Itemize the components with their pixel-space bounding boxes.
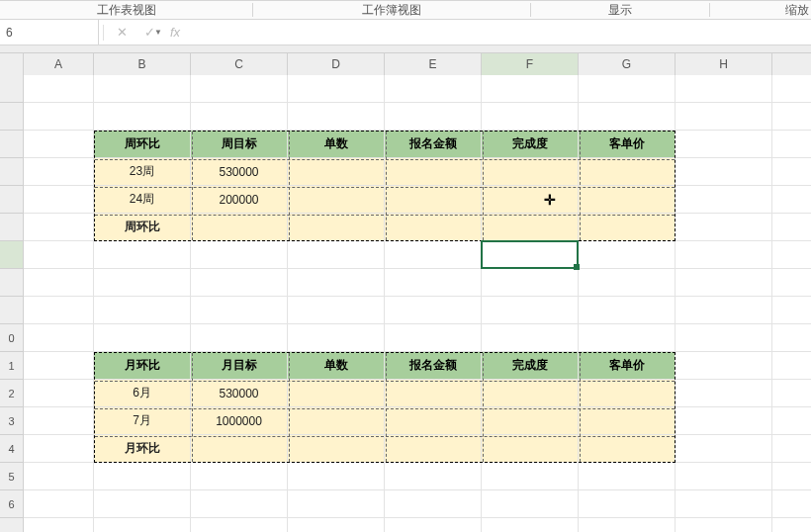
row-header[interactable] [0, 518, 23, 532]
cell[interactable] [676, 186, 772, 214]
row-header[interactable] [0, 103, 23, 131]
cell[interactable] [772, 435, 811, 463]
column-header-I[interactable]: I [772, 53, 811, 75]
table-row-target[interactable]: 200000 [191, 186, 288, 214]
cell[interactable] [676, 518, 772, 532]
table-header-cell[interactable]: 客单价 [579, 352, 676, 380]
cell[interactable] [24, 131, 94, 158]
table-row-cell[interactable] [288, 214, 385, 241]
cell[interactable] [772, 186, 811, 214]
cell[interactable] [94, 297, 191, 324]
table-header-cell[interactable]: 单数 [288, 131, 385, 158]
cell[interactable] [94, 269, 191, 297]
cell[interactable] [191, 463, 288, 490]
row-header[interactable]: 4 [0, 435, 23, 463]
table-header-cell[interactable]: 月环比 [94, 352, 191, 380]
cell[interactable] [772, 380, 811, 407]
cell[interactable] [24, 490, 94, 518]
table-header-cell[interactable]: 报名金额 [385, 352, 482, 380]
cell[interactable] [482, 463, 579, 490]
cell[interactable] [772, 131, 811, 158]
row-header[interactable] [0, 241, 23, 269]
cell[interactable] [288, 324, 385, 352]
table-header-cell[interactable]: 单数 [288, 352, 385, 380]
cell[interactable] [772, 324, 811, 352]
cell[interactable] [94, 324, 191, 352]
table-row-cell[interactable] [579, 407, 676, 435]
cell[interactable] [24, 297, 94, 324]
cell[interactable] [676, 463, 772, 490]
insert-function-button[interactable]: fx [163, 20, 191, 45]
cell[interactable] [24, 158, 94, 186]
cell[interactable] [676, 490, 772, 518]
column-header-D[interactable]: D [288, 53, 385, 75]
cell[interactable] [24, 380, 94, 407]
column-header-C[interactable]: C [191, 53, 288, 75]
table-row-label[interactable]: 周环比 [94, 214, 191, 241]
table-row-cell[interactable] [482, 380, 579, 407]
row-header[interactable] [0, 158, 23, 186]
cell[interactable] [288, 103, 385, 131]
cell[interactable] [24, 103, 94, 131]
cell[interactable] [288, 490, 385, 518]
cell[interactable] [94, 75, 191, 103]
row-header[interactable] [0, 214, 23, 241]
cell[interactable] [94, 463, 191, 490]
cell[interactable] [579, 463, 676, 490]
cell[interactable] [482, 324, 579, 352]
table-row-cell[interactable] [288, 435, 385, 463]
cell[interactable] [579, 75, 676, 103]
ribbon-group-show[interactable]: 显示 [531, 2, 709, 19]
row-header[interactable]: 3 [0, 407, 23, 435]
table-row-label[interactable]: 7月 [94, 407, 191, 435]
cell[interactable] [676, 324, 772, 352]
cell[interactable] [482, 269, 579, 297]
table-row-target[interactable] [191, 435, 288, 463]
cell[interactable] [94, 518, 191, 532]
row-header[interactable] [0, 131, 23, 158]
table-row-label[interactable]: 24周 [94, 186, 191, 214]
table-row-cell[interactable] [288, 407, 385, 435]
table-row-cell[interactable] [385, 407, 482, 435]
cell[interactable] [676, 241, 772, 269]
table-row-label[interactable]: 6月 [94, 380, 191, 407]
table-row-cell[interactable] [579, 435, 676, 463]
cell[interactable] [772, 158, 811, 186]
table-header-cell[interactable]: 报名金额 [385, 131, 482, 158]
cell[interactable] [191, 518, 288, 532]
table-row-cell[interactable] [579, 380, 676, 407]
cell[interactable] [482, 518, 579, 532]
table-header-cell[interactable]: 客单价 [579, 131, 676, 158]
cell[interactable] [94, 103, 191, 131]
cancel-button[interactable]: ✕ [108, 20, 135, 45]
cell[interactable] [24, 407, 94, 435]
cell[interactable] [191, 269, 288, 297]
cell[interactable] [676, 158, 772, 186]
formula-input[interactable] [191, 20, 811, 44]
table-header-cell[interactable]: 周环比 [94, 131, 191, 158]
column-header-A[interactable]: A [24, 53, 94, 75]
column-header-E[interactable]: E [385, 53, 482, 75]
cell[interactable] [772, 214, 811, 241]
select-all-corner[interactable] [0, 53, 24, 75]
table-row-cell[interactable] [385, 380, 482, 407]
table-row-target[interactable] [191, 214, 288, 241]
table-row-cell[interactable] [385, 158, 482, 186]
cell[interactable] [772, 352, 811, 380]
cell[interactable] [676, 435, 772, 463]
column-header-B[interactable]: B [94, 53, 191, 75]
column-header-G[interactable]: G [579, 53, 676, 75]
cell[interactable] [579, 297, 676, 324]
cell[interactable] [676, 103, 772, 131]
spreadsheet-grid[interactable]: ABCDEFGHI 0123456 周环比周目标单数报名金额完成度客单价23周5… [0, 53, 811, 532]
table-header-cell[interactable]: 完成度 [482, 131, 579, 158]
name-box[interactable]: ▼ [0, 20, 99, 44]
cell[interactable] [24, 324, 94, 352]
cell[interactable] [385, 103, 482, 131]
table-header-cell[interactable]: 月目标 [191, 352, 288, 380]
cell[interactable] [772, 75, 811, 103]
cell[interactable] [94, 490, 191, 518]
row-header[interactable]: 1 [0, 352, 23, 380]
table-row-label[interactable]: 月环比 [94, 435, 191, 463]
cell[interactable] [385, 490, 482, 518]
